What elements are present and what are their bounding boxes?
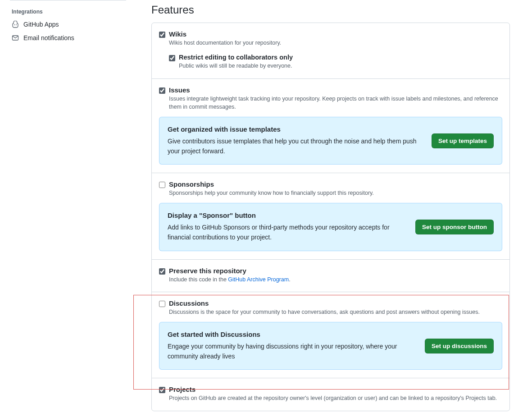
sidebar-divider	[10, 0, 126, 0]
sponsorships-label: Sponsorships	[169, 180, 502, 188]
discussions-callout-desc: Engage your community by having discussi…	[168, 342, 416, 361]
issues-label: Issues	[169, 86, 502, 94]
preserve-checkbox[interactable]	[159, 268, 165, 275]
sidebar-item-email-notifications[interactable]: Email notifications	[10, 31, 126, 45]
preserve-desc-prefix: Include this code in the	[169, 276, 228, 283]
discussions-checkbox[interactable]	[159, 301, 165, 307]
wikis-restrict-desc: Public wikis will still be readable by e…	[179, 62, 502, 70]
preserve-desc-suffix: .	[289, 276, 290, 283]
main-content: Features Wikis Wikis host documentation …	[133, 0, 521, 413]
features-box: Wikis Wikis host documentation for your …	[151, 23, 510, 411]
projects-desc: Projects on GitHub are created at the re…	[169, 394, 502, 403]
setup-discussions-button[interactable]: Set up discussions	[425, 339, 494, 353]
wikis-desc: Wikis host documentation for your reposi…	[169, 39, 502, 47]
svg-point-0	[14, 24, 15, 25]
issues-checkbox[interactable]	[159, 87, 165, 94]
feature-projects: Projects Projects on GitHub are created …	[152, 378, 509, 411]
issues-desc: Issues integrate lightweight task tracki…	[169, 95, 502, 112]
projects-label: Projects	[169, 385, 502, 393]
sponsorships-callout-desc: Add links to GitHub Sponsors or third-pa…	[168, 223, 406, 242]
issues-callout: Get organized with issue templates Give …	[159, 117, 502, 165]
apps-icon	[12, 21, 19, 28]
sidebar-heading-integrations: Integrations	[10, 6, 126, 18]
wikis-checkbox[interactable]	[159, 32, 165, 38]
sidebar-item-label: GitHub Apps	[23, 21, 59, 28]
feature-issues: Issues Issues integrate lightweight task…	[152, 78, 509, 173]
feature-sponsorships: Sponsorships Sponsorships help your comm…	[152, 173, 509, 259]
projects-checkbox[interactable]	[159, 387, 165, 393]
archive-program-link[interactable]: GitHub Archive Program	[228, 276, 289, 283]
wikis-label: Wikis	[169, 30, 502, 38]
issues-callout-title: Get organized with issue templates	[168, 125, 423, 133]
mail-icon	[12, 34, 19, 41]
page-title: Features	[151, 4, 510, 16]
sponsorships-desc: Sponsorships help your community know ho…	[169, 189, 502, 197]
feature-preserve: Preserve this repository Include this co…	[152, 259, 509, 292]
issues-callout-desc: Give contributors issue templates that h…	[168, 137, 423, 156]
sponsorships-checkbox[interactable]	[159, 182, 165, 188]
feature-discussions: Discussions Discussions is the space for…	[152, 292, 509, 378]
wikis-restrict-label: Restrict editing to collaborators only	[179, 54, 502, 61]
sponsorships-callout-title: Display a "Sponsor" button	[168, 211, 406, 219]
preserve-desc: Include this code in the GitHub Archive …	[169, 275, 502, 284]
sidebar-item-label: Email notifications	[23, 34, 74, 41]
wikis-restrict-checkbox[interactable]	[169, 55, 175, 61]
sponsorships-callout: Display a "Sponsor" button Add links to …	[159, 203, 502, 251]
setup-templates-button[interactable]: Set up templates	[432, 133, 494, 148]
preserve-label: Preserve this repository	[169, 267, 502, 275]
discussions-callout: Get started with Discussions Engage your…	[159, 322, 502, 370]
feature-wikis: Wikis Wikis host documentation for your …	[152, 23, 509, 78]
discussions-label: Discussions	[169, 299, 502, 307]
sidebar: Integrations GitHub Apps Email notificat…	[0, 0, 133, 413]
discussions-desc: Discussions is the space for your commun…	[169, 308, 502, 317]
svg-point-1	[16, 24, 17, 25]
discussions-callout-title: Get started with Discussions	[168, 330, 416, 338]
sidebar-item-github-apps[interactable]: GitHub Apps	[10, 18, 126, 31]
setup-sponsor-button[interactable]: Set up sponsor button	[415, 220, 494, 234]
